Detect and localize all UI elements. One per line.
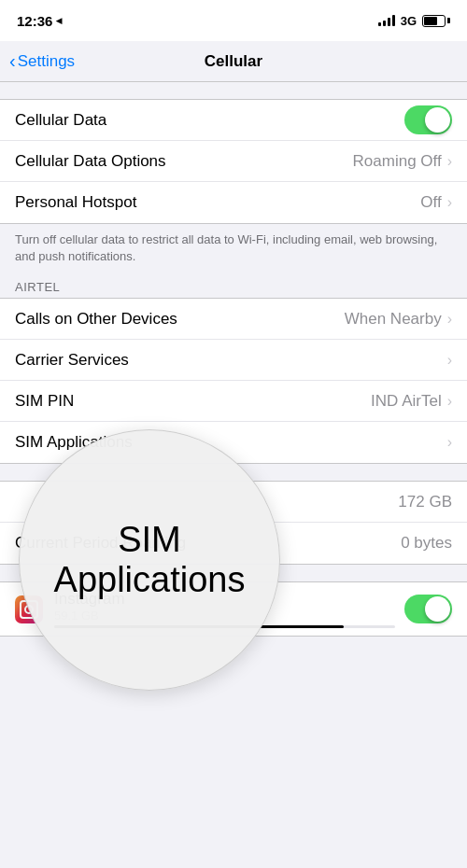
back-chevron-icon: ‹ — [9, 51, 16, 70]
calls-other-devices-value: When Nearby — [345, 310, 442, 329]
chevron-icon-3: › — [447, 311, 452, 328]
sim-pin-row[interactable]: SIM PIN IND AirTel › — [0, 381, 467, 422]
battery-indicator — [422, 15, 450, 27]
section-gap-1 — [0, 82, 467, 99]
footer-text-content: Turn off cellular data to restrict all d… — [15, 232, 437, 263]
cellular-data-label: Cellular Data — [15, 111, 404, 130]
signal-bar-3 — [388, 18, 390, 26]
navigation-bar: ‹ Settings Cellular — [0, 41, 467, 82]
signal-bar-1 — [378, 22, 381, 26]
cellular-data-options-value: Roaming Off — [353, 152, 442, 171]
sim-pin-value: IND AirTel — [371, 392, 442, 411]
back-label: Settings — [18, 52, 75, 71]
cellular-group: Cellular Data Cellular Data Options Roam… — [0, 99, 467, 224]
current-period-value: 172 GB — [398, 493, 452, 511]
airtel-group: Calls on Other Devices When Nearby › Car… — [0, 298, 467, 464]
toggle-knob — [425, 107, 450, 133]
time-display: 12:36 — [17, 13, 52, 29]
cellular-footer: Turn off cellular data to restrict all d… — [0, 224, 467, 274]
page-title: Cellular — [205, 52, 262, 71]
status-time: 12:36 ◂ — [17, 13, 62, 29]
carrier-services-label: Carrier Services — [15, 351, 447, 370]
chevron-icon-2: › — [447, 194, 452, 211]
cellular-data-toggle[interactable] — [404, 105, 452, 134]
network-type: 3G — [401, 14, 417, 28]
chevron-icon: › — [447, 153, 452, 170]
signal-bar-2 — [383, 21, 386, 26]
calls-other-devices-row[interactable]: Calls on Other Devices When Nearby › — [0, 299, 467, 340]
location-icon: ◂ — [56, 14, 62, 27]
battery-tip — [447, 18, 450, 23]
back-button[interactable]: ‹ Settings — [9, 52, 75, 71]
sim-pin-label: SIM PIN — [15, 392, 371, 411]
cellular-data-options-row[interactable]: Cellular Data Options Roaming Off › — [0, 141, 467, 182]
current-period-roaming-value: 0 bytes — [401, 534, 452, 553]
cellular-data-options-label: Cellular Data Options — [15, 152, 353, 171]
overlay-text: SIM Applications — [20, 520, 279, 600]
personal-hotspot-label: Personal Hotspot — [15, 193, 420, 212]
cellular-data-row[interactable]: Cellular Data — [0, 100, 467, 141]
chevron-icon-4: › — [447, 352, 452, 369]
sim-applications-overlay: SIM Applications — [19, 429, 280, 691]
instagram-toggle-knob — [425, 596, 450, 622]
status-icons: 3G — [378, 14, 450, 28]
signal-bars — [378, 15, 395, 26]
battery-fill — [424, 17, 437, 25]
chevron-icon-6: › — [447, 434, 452, 451]
personal-hotspot-row[interactable]: Personal Hotspot Off › — [0, 182, 467, 223]
chevron-icon-5: › — [447, 393, 452, 410]
carrier-services-row[interactable]: Carrier Services › — [0, 340, 467, 381]
battery-body — [422, 15, 446, 27]
airtel-header-text: AIRTEL — [15, 280, 60, 294]
signal-bar-4 — [392, 15, 395, 26]
calls-other-devices-label: Calls on Other Devices — [15, 310, 345, 329]
personal-hotspot-value: Off — [420, 193, 441, 212]
status-bar: 12:36 ◂ 3G — [0, 0, 467, 41]
airtel-section-header: AIRTEL — [0, 274, 467, 298]
instagram-toggle[interactable] — [404, 595, 452, 623]
